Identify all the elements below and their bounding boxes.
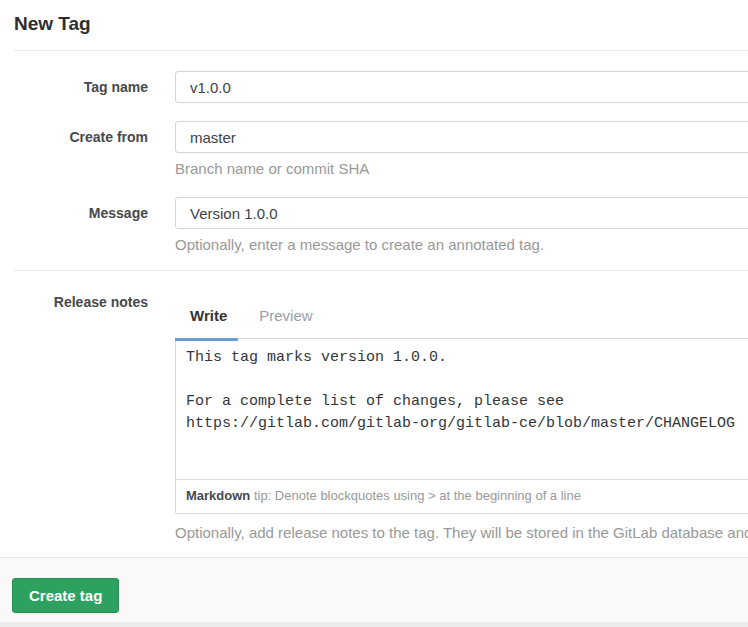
release-notes-label: Release notes [0,286,148,310]
tag-name-label: Tag name [0,71,148,95]
new-tag-form: Tag name Create from Branch name or comm… [0,71,748,541]
markdown-tip-prefix: Markdown [186,488,250,503]
form-row-message: Message Optionally, enter a message to c… [0,197,748,253]
tab-preview[interactable]: Preview [249,306,322,325]
tab-write[interactable]: Write [180,306,237,325]
page-title: New Tag [14,13,734,35]
markdown-editor-area: This tag marks version 1.0.0. For a comp… [175,338,748,514]
create-from-input[interactable] [175,121,748,153]
create-from-col: Branch name or commit SHA [175,121,748,177]
release-notes-col: Write Preview This tag marks version 1.0… [175,286,748,541]
form-row-create-from: Create from Branch name or commit SHA [0,121,748,177]
message-input[interactable] [175,197,748,229]
markdown-tab-bar: Write Preview [175,286,748,338]
header-divider [14,50,748,51]
release-notes-help: Optionally, add release notes to the tag… [175,524,748,541]
create-from-help: Branch name or commit SHA [175,160,748,177]
markdown-tip-bar: Markdown tip: Denote blockquotes using >… [176,480,748,513]
create-from-label: Create from [0,121,148,145]
message-label: Message [0,197,148,221]
form-row-release-notes: Release notes Write Preview This tag mar… [0,286,748,541]
message-col: Optionally, enter a message to create an… [175,197,748,253]
page-header: New Tag [0,0,748,35]
section-divider [14,270,748,271]
message-help: Optionally, enter a message to create an… [175,236,748,253]
create-tag-button[interactable]: Create tag [12,578,119,613]
form-row-tag-name: Tag name [0,71,748,103]
new-tag-page: New Tag Tag name Create from Branch name… [0,0,748,627]
active-tab-indicator [175,338,238,341]
markdown-tip-text: tip: Denote blockquotes using > at the b… [250,488,581,503]
tag-name-input[interactable] [175,71,748,103]
form-actions-footer: Create tag [0,557,748,627]
tag-name-col [175,71,748,103]
release-notes-textarea[interactable]: This tag marks version 1.0.0. For a comp… [176,339,748,480]
bottom-edge-strip [0,622,748,627]
